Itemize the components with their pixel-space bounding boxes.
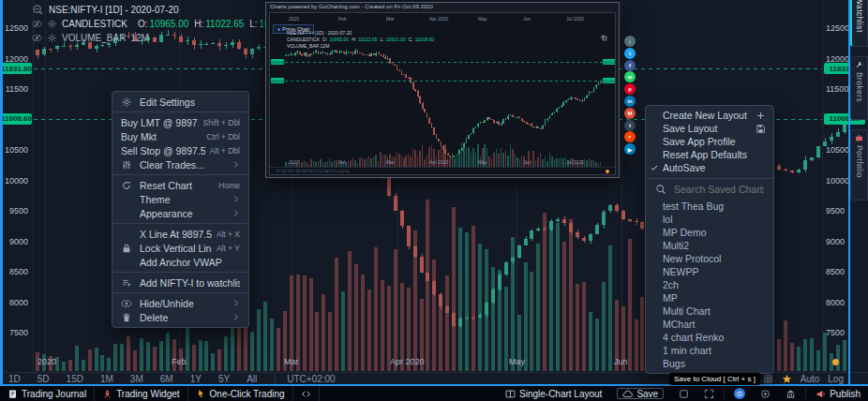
gmail-share-button[interactable]: M [624,108,636,119]
menu-item-delete[interactable]: Delete [112,310,248,324]
saved-chart-item[interactable]: Multi Chart [646,304,773,318]
timeframe-1d[interactable]: 1D [0,374,29,384]
menu-item-sell-stop-9897-59[interactable]: Sell Stop @ 9897.59Alt + Dbl [112,143,248,157]
menu-item-buy-mkt[interactable]: Buy MktCtrl + Dbl [112,129,248,143]
volume-settings-gear-icon[interactable] [47,33,57,43]
menu-item-reset-chart[interactable]: Reset ChartHome [112,178,248,192]
saved-chart-item[interactable]: New Protocol [646,252,773,265]
menu-item-autosave[interactable]: AutoSave [646,161,773,174]
save-button[interactable]: Save [609,386,671,401]
timeframe-1m[interactable]: 1M [92,374,122,384]
facebook-share-button[interactable]: f [624,60,636,71]
candle-body [68,46,72,47]
side-tab-watchlist[interactable]: Watchlist [850,0,868,47]
publish-button[interactable]: Publish [808,386,868,401]
side-tab-label: Brokers [855,72,864,102]
menu-item-reset-app-defaults[interactable]: Reset App Defaults [646,148,773,161]
candle-body [42,49,46,54]
candle-body [556,219,560,221]
timezone-button[interactable]: UTC+02:00 [275,374,335,384]
menu-item-add-nifty-i-to-watchlist[interactable]: Add NIFTY-I to watchlist [112,275,248,290]
volume-eye-off-icon[interactable] [32,33,42,43]
menu-item-theme[interactable]: Theme [112,192,248,206]
menu-item-edit-settings[interactable]: Edit Settings [112,95,248,109]
auto-scale-button[interactable]: Auto [801,374,820,384]
saved-chart-item[interactable]: MP Demo [646,226,773,239]
candle-body [491,290,495,303]
search-input[interactable] [672,183,766,196]
chevron-icon [232,195,240,203]
timeframe-6m[interactable]: 6M [152,374,182,384]
chevron-icon [232,160,240,169]
eye-off-icon[interactable] [32,19,42,29]
menu-item-lock-vertical-line[interactable]: Lock Vertical LineAlt + Y [112,241,248,255]
code-icon-button[interactable] [293,386,320,401]
menu-item-save-app-profile[interactable]: Save App Profile [646,135,773,148]
timeframe-all[interactable]: All [238,374,265,384]
symbol-title[interactable]: NSE:NIFTY-I [1D] - 2020-07-20 [49,5,179,15]
bank-icon-button[interactable] [778,386,803,401]
sync-icon-button[interactable] [753,386,778,401]
candle-body [432,281,436,294]
candle-body [504,262,508,275]
checkbox-icon-button[interactable] [671,386,696,401]
status-item-label: Trading Widget [116,389,179,399]
menu-item-label: X Line At 9897.59 [140,229,212,240]
linkedin-share-button[interactable]: in [624,96,636,107]
menu-item-x-line-at-9897-59[interactable]: X Line At 9897.59Alt + X [112,227,248,241]
menu-item-buy-lmt-9897-59[interactable]: Buy LMT @ 9897.59Shift + Dbl [112,115,248,129]
saved-chart-item[interactable]: 2ch [646,278,773,291]
menu-item-create-new-layout[interactable]: Create New Layout [646,109,773,122]
menu-item-save-layout[interactable]: Save Layout [646,122,773,135]
saved-chart-item[interactable]: MChart [646,318,773,331]
menu-item-clear-trades[interactable]: Clear Trades... [112,157,248,171]
zoom-out-icon[interactable] [32,4,44,16]
candle-body [784,170,787,171]
single-chart-layout-button[interactable]: Single-Chart Layout [498,386,609,401]
trading-journal-button[interactable]: Trading Journal [0,386,95,401]
camera-icon-button[interactable] [726,386,753,401]
log-scale-button[interactable]: Log [828,374,844,384]
gear-icon[interactable] [47,33,57,43]
saved-charts-search[interactable] [646,178,773,200]
expand-icon-button[interactable] [696,386,722,401]
grid-settings-icon[interactable] [763,374,773,384]
series-settings-gear-icon[interactable] [47,19,57,29]
saved-chart-item[interactable]: test Thea Bug [646,200,773,213]
eye-slash-icon[interactable] [32,19,42,29]
candle-body [400,211,404,226]
twitter-share-button[interactable]: t [624,48,636,59]
saved-chart-item[interactable]: MP [646,291,773,304]
trading-widget-button[interactable]: Trading Widget [95,386,187,401]
menu-item-hide-unhide[interactable]: Hide/Unhide [112,296,248,310]
timeframe-5y[interactable]: 5Y [210,374,238,384]
candle-body [576,232,579,238]
cloud-icon [622,389,633,399]
context-menu-section: Edit Settings [112,92,248,111]
timeframe-3m[interactable]: 3M [122,374,152,384]
saved-chart-item[interactable]: lol [646,213,773,226]
tumblr-share-button[interactable]: t [624,120,636,131]
candle-body [562,219,566,223]
saved-chart-item[interactable]: 1 min chart [646,344,773,357]
timeframe-1y[interactable]: 1Y [182,374,210,384]
side-tab-brokers[interactable]: Brokers [850,56,868,120]
saved-chart-item[interactable]: NEWPP [646,265,773,278]
side-tab-portfolio[interactable]: Portfolio [850,129,868,200]
timeframe-5d[interactable]: 5D [29,374,58,384]
star-icon[interactable] [782,374,792,384]
one-click-trading-button[interactable]: One-Click Trading [188,386,293,401]
saved-chart-item[interactable]: Bugs [646,357,773,370]
download-share-button[interactable]: ↓ [624,36,636,47]
ohlc-label: O: [138,19,148,29]
gear-icon[interactable] [47,19,57,29]
zoom-out-icon[interactable] [32,4,44,16]
candle-body [62,46,66,47]
menu-item-add-anchor-vwap[interactable]: Add Anchor VWAP [112,255,248,269]
timeframe-15d[interactable]: 15D [58,374,92,384]
saved-chart-item[interactable]: Multi2 [646,239,773,252]
menu-item-appearance[interactable]: Appearance [112,206,248,220]
candle-body [471,318,475,319]
eye-slash-icon[interactable] [32,33,42,43]
saved-chart-item[interactable]: 4 chart Renko [646,331,773,344]
